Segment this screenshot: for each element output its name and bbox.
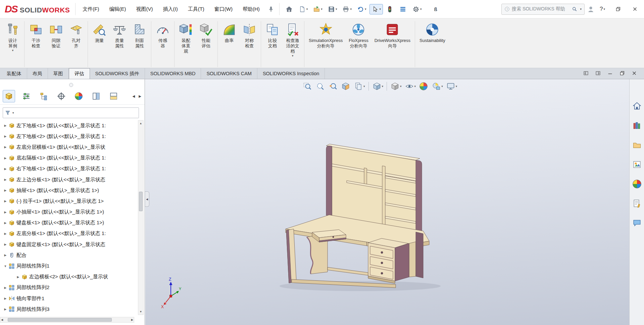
tree-expander-icon[interactable]: ▶: [3, 221, 8, 225]
tree-item[interactable]: ▼ 局部线性阵列1: [0, 261, 138, 271]
tree-filter-input[interactable]: ▾: [3, 107, 139, 118]
new-document-button[interactable]: ▾: [297, 4, 310, 14]
view-palette-tab[interactable]: [632, 159, 642, 170]
tree-item[interactable]: ▶ 右下地板<1> (默认<<默认>_显示状态 1:: [0, 164, 138, 174]
tab-layout[interactable]: 布局: [27, 68, 48, 79]
tree-vertical-scrollbar[interactable]: ▲ ▼: [138, 120, 144, 315]
tab-sketch[interactable]: 草图: [48, 68, 69, 79]
tree-item[interactable]: ▶ 左边横板<2> (默认<<默认>_显示状: [0, 272, 138, 282]
tree-item[interactable]: ▶ 镜向零部件1: [0, 293, 138, 304]
tree-expander-icon[interactable]: ▶: [3, 253, 8, 257]
tree-horizontal-scrollbar[interactable]: ◀ ▶: [0, 317, 134, 323]
featuremanager-tree-tab[interactable]: [3, 90, 15, 102]
tab-addins[interactable]: SOLIDWORKS 插件: [90, 68, 145, 79]
model-scene[interactable]: Z Y X: [145, 79, 629, 325]
display-style-button[interactable]: ▾: [387, 82, 402, 91]
misc-tool[interactable]: ß: [425, 4, 440, 14]
scroll-right-arrow[interactable]: ▶: [131, 317, 134, 323]
tree-item[interactable]: ▶ (-) 拉手<1> (默认<<默认>_显示状态 1>: [0, 196, 138, 206]
apply-scene-button[interactable]: ▾: [432, 82, 443, 91]
menu-item[interactable]: 插入(I): [158, 0, 183, 18]
restore-app-button[interactable]: [613, 4, 623, 14]
minimize-document-button[interactable]: [607, 70, 613, 76]
tab-inspection[interactable]: SOLIDWORKS Inspection: [257, 68, 325, 79]
close-document-button[interactable]: [631, 70, 637, 76]
select-tool-button[interactable]: ▾: [369, 4, 383, 14]
desk-model[interactable]: [286, 144, 429, 288]
tree-expander-icon[interactable]: ▶: [3, 232, 8, 235]
tree-item[interactable]: ▶ 抽屉<1> (默认<<默认>_显示状态 1>): [0, 185, 138, 196]
tree-expander-icon[interactable]: ▶: [3, 243, 8, 246]
scroll-left-arrow[interactable]: ◀: [0, 317, 4, 323]
tree-item[interactable]: ▶ 局部线性阵列3: [0, 304, 138, 315]
edit-appearance-button[interactable]: [419, 82, 429, 91]
assembly-visualization-button[interactable]: 装配 体直 观: [176, 21, 196, 67]
appearances-scenes-tab[interactable]: [632, 179, 642, 189]
panel-tabs-scroll-right[interactable]: ▶: [138, 94, 142, 99]
menu-item[interactable]: 编辑(E): [104, 0, 131, 18]
forum-tab[interactable]: [632, 218, 642, 228]
tree-expander-icon[interactable]: ▶: [3, 178, 8, 181]
panel-collapse-handle[interactable]: ◀: [145, 191, 149, 207]
tree-expander-icon[interactable]: ▶: [3, 145, 8, 149]
tree-item[interactable]: ▶ 底右隔板<1> (默认<<默认>_显示状态 1:: [0, 153, 138, 164]
dimxpertmanager-tab[interactable]: [55, 90, 67, 102]
tree-item[interactable]: ▶ 配合: [0, 250, 138, 261]
tree-item[interactable]: ▶ 左底分层横板<1> (默认<<默认>_显示状: [0, 142, 138, 152]
menu-item[interactable]: 工具(T): [183, 0, 209, 18]
tree-item[interactable]: ▶ 左下地板<1> (默认<<默认>_显示状态 1:: [0, 120, 138, 131]
file-explorer-tab[interactable]: [632, 140, 642, 150]
tree-expander-icon[interactable]: ▶: [3, 199, 8, 203]
solidworks-resources-tab[interactable]: [632, 101, 642, 111]
tree-expander-icon[interactable]: ▶: [3, 211, 8, 214]
menu-item[interactable]: 窗口(W): [209, 0, 238, 18]
zoom-to-fit-button[interactable]: [303, 82, 312, 91]
tree-expander-icon[interactable]: ▶: [3, 156, 8, 160]
simulationxpress-button[interactable]: SimulationXpress 分析向导: [306, 21, 346, 67]
configurationmanager-tab[interactable]: [38, 90, 50, 102]
tree-expander-icon[interactable]: ▶: [3, 286, 8, 289]
print-button[interactable]: ▾: [340, 4, 354, 14]
panel-splitter-grip[interactable]: [69, 83, 73, 87]
tab-cam[interactable]: SOLIDWORKS CAM: [201, 68, 257, 79]
restore-document-button[interactable]: [619, 70, 625, 76]
split-pane-tab[interactable]: [90, 90, 102, 102]
annotation-views-button[interactable]: ▾: [354, 82, 365, 91]
tree-item[interactable]: ▶ 键盘板<1> (默认<<默认>_显示状态 1>): [0, 218, 138, 228]
section-view-button[interactable]: [341, 82, 351, 91]
command-list-button[interactable]: [397, 4, 409, 14]
home-button[interactable]: [284, 4, 295, 14]
help-menu-button[interactable]: ? ▾: [598, 4, 607, 14]
search-dropdown-arrow[interactable]: ▾: [580, 7, 582, 11]
tree-item[interactable]: ▶ 键盘固定板<1> (默认<<默认>_显示状态: [0, 239, 138, 250]
view-orientation-button[interactable]: ▾: [368, 82, 384, 91]
tree-expander-icon[interactable]: ▶: [3, 135, 8, 138]
rebuild-status-light[interactable]: [384, 4, 396, 14]
sustainability-button[interactable]: Sustainability: [416, 21, 448, 67]
compare-documents-button[interactable]: 比较 文档: [262, 21, 283, 67]
symmetry-check-button[interactable]: 对称 检查: [239, 21, 261, 67]
hole-alignment-button[interactable]: 孔对 齐: [66, 21, 88, 67]
tree-expander-icon[interactable]: ▶: [15, 275, 21, 279]
user-account-button[interactable]: [585, 4, 596, 14]
tree-item[interactable]: ▶ 左底分板<1> (默认<<默认>_显示状态 1:: [0, 228, 138, 239]
menu-item[interactable]: 视图(V): [131, 0, 158, 18]
driveworksxpress-button[interactable]: DriveWorksXpress 向导: [371, 21, 415, 67]
tree-item[interactable]: ▶ 小抽屉<1> (默认<<默认>_显示状态 1>): [0, 207, 138, 218]
design-library-tab[interactable]: [632, 120, 642, 131]
split-pane-2-tab[interactable]: [107, 90, 120, 102]
tree-expander-icon[interactable]: ▶: [3, 124, 8, 127]
custom-properties-tab[interactable]: [632, 198, 642, 209]
pane-preview-right-button[interactable]: [595, 70, 601, 76]
close-app-button[interactable]: [630, 4, 640, 14]
scrollbar-thumb[interactable]: [8, 318, 112, 322]
tree-item[interactable]: ▶ 局部线性阵列2: [0, 282, 138, 293]
view-settings-button[interactable]: ▾: [446, 82, 457, 91]
tree-item[interactable]: ▶ 左上边分板<1> (默认<<默认>_显示状态: [0, 174, 138, 185]
tree-expander-icon[interactable]: ▶: [3, 308, 8, 311]
floxpress-button[interactable]: FloXpress 分析向导: [346, 21, 371, 67]
zoom-to-area-button[interactable]: [316, 82, 325, 91]
measure-button[interactable]: 测量: [89, 21, 109, 67]
section-properties-button[interactable]: 剖面 属性: [130, 21, 151, 67]
open-document-button[interactable]: ▾: [311, 4, 325, 14]
